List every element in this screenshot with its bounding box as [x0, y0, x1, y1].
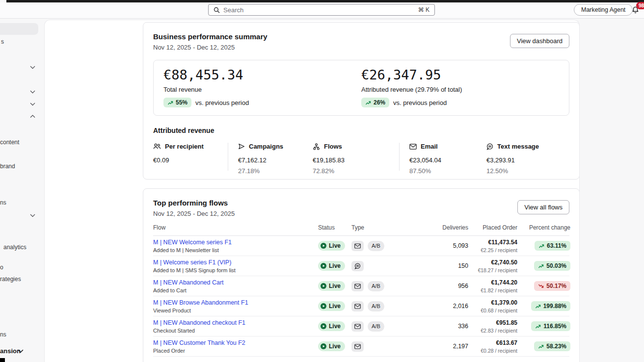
- chevron-up-icon[interactable]: [30, 115, 35, 118]
- live-play-icon: [321, 303, 326, 309]
- percent-change-pill: 116.85%: [531, 321, 570, 331]
- placed-order-value: €1,744.20: [468, 279, 517, 286]
- percent-change-cell: 50.17%: [517, 281, 570, 291]
- trend-up-icon: [535, 304, 541, 309]
- placed-order-cell: €2,740.50 €18.27 / recipient: [468, 259, 517, 273]
- chevron-down-icon[interactable]: [30, 103, 35, 106]
- sidebar-item[interactable]: s: [1, 38, 4, 45]
- attributed-revenue-change-pill: 26%: [361, 98, 389, 107]
- app-header: ⌘ K Marketing Agent 98: [0, 2, 644, 19]
- chevron-down-icon[interactable]: [30, 66, 35, 69]
- flow-cell: M | Welcome series F1 (VIP) Added to M |…: [153, 259, 318, 273]
- placed-order-per-recipient: €2.25 / recipient: [468, 247, 517, 253]
- percent-change-cell: 116.85%: [517, 321, 570, 331]
- ab-badge: A/B: [368, 301, 384, 311]
- flow-name-link[interactable]: M | NEW Browse Abandonment F1: [153, 299, 318, 306]
- total-revenue-change-note: vs. previous period: [195, 99, 249, 106]
- sidebar-item[interactable]: ns: [0, 199, 6, 206]
- chevron-down-icon[interactable]: [18, 349, 24, 353]
- summary-date-range: Nov 12, 2025 - Dec 12, 2025: [153, 44, 268, 51]
- flow-name-link[interactable]: M | NEW Welcome series F1: [153, 239, 318, 246]
- sidebar-item[interactable]: analytics: [3, 244, 27, 251]
- main-content-panel: Business performance summary Nov 12, 202…: [44, 20, 580, 362]
- status-badge: Live: [318, 261, 345, 271]
- trend-up-icon: [167, 100, 173, 105]
- percent-change-pill: 50.03%: [534, 261, 570, 271]
- placed-order-cell: €11,473.54 €2.25 / recipient: [468, 239, 517, 253]
- sms-icon: [486, 143, 493, 150]
- stats-divider: [228, 143, 228, 171]
- placed-order-value: €613.67: [468, 339, 517, 346]
- flows-date-range: Nov 12, 2025 - Dec 12, 2025: [153, 210, 235, 217]
- trend-up-icon: [538, 263, 544, 269]
- people-icon: [153, 143, 161, 150]
- flow-trigger-label: Checkout Started: [153, 328, 318, 334]
- status-badge: Live: [318, 321, 345, 331]
- live-play-icon: [321, 283, 326, 289]
- notification-count-badge: 98: [636, 2, 644, 9]
- view-dashboard-button[interactable]: View dashboard: [510, 34, 569, 48]
- percent-change-cell: 63.11%: [517, 241, 570, 251]
- total-revenue-change-pill: 55%: [163, 98, 191, 107]
- account-button[interactable]: Marketing Agent: [574, 4, 633, 16]
- deliveries-value: 5,093: [424, 242, 468, 249]
- flow-name-link[interactable]: M | NEW Abandoned checkout F1: [153, 319, 318, 326]
- email-channel-icon: [351, 321, 364, 332]
- placed-order-cell: €951.85 €2.83 / recipient: [468, 319, 517, 334]
- sidebar-item[interactable]: ns: [0, 331, 6, 338]
- attributed-revenue-metric: €26,347.95 Attributed revenue (29.79% of…: [361, 67, 559, 107]
- placed-order-per-recipient: €1.82 / recipient: [468, 287, 517, 293]
- type-cell: A/B: [351, 281, 424, 291]
- sidebar-item[interactable]: o: [0, 264, 3, 271]
- view-all-flows-button[interactable]: View all flows: [517, 200, 569, 214]
- sidebar-item[interactable]: rategies: [0, 276, 21, 283]
- flow-icon: [313, 143, 320, 150]
- email-icon: [409, 144, 417, 150]
- chevron-down-icon[interactable]: [30, 214, 35, 217]
- percent-change-cell: 199.88%: [517, 301, 570, 311]
- flow-name-link[interactable]: M | NEW Abandoned Cart: [153, 279, 318, 286]
- top-performing-flows-card: Top performing flows Nov 12, 2025 - Dec …: [143, 188, 580, 362]
- search-input[interactable]: [223, 6, 415, 14]
- email-channel-icon: [351, 281, 364, 291]
- stat-flows: Flows €19,185.83 72.82%: [313, 143, 399, 175]
- flow-name-link[interactable]: M | Welcome series F1 (VIP): [153, 259, 318, 266]
- stat-per-recipient: Per recipient €0.09: [153, 143, 228, 175]
- live-play-icon: [321, 243, 326, 249]
- flow-trigger-label: Viewed Product: [153, 308, 318, 313]
- chevron-down-icon[interactable]: [30, 90, 35, 94]
- flow-name-link[interactable]: M | NEW Customer Thank You F2: [153, 339, 318, 346]
- sidebar-active-item[interactable]: [0, 23, 38, 35]
- type-cell: A/B: [351, 261, 424, 271]
- attributed-revenue-heading: Attributed revenue: [153, 127, 569, 134]
- email-channel-icon: [351, 341, 364, 352]
- status-cell: Live: [318, 321, 351, 331]
- trend-down-icon: [538, 284, 544, 289]
- trend-up-icon: [535, 324, 541, 329]
- global-search[interactable]: ⌘ K: [208, 4, 435, 16]
- percent-change-pill: 50.17%: [534, 281, 570, 291]
- sidebar-item[interactable]: brand: [0, 163, 15, 170]
- email-channel-icon: [351, 241, 364, 251]
- percent-change-cell: 50.03%: [517, 261, 570, 271]
- type-cell: A/B: [351, 241, 424, 251]
- placed-order-value: €11,473.54: [468, 239, 517, 246]
- sidebar-item[interactable]: content: [0, 139, 19, 146]
- placed-order-cell: €613.67 €0.28 / recipient: [468, 339, 517, 354]
- search-icon: [214, 7, 220, 13]
- attributed-revenue-change-note: vs. previous period: [393, 99, 447, 106]
- percent-change-pill: 199.88%: [531, 301, 570, 311]
- flow-trigger-label: Added to Cart: [153, 287, 318, 293]
- column-flow: Flow: [153, 224, 318, 231]
- live-play-icon: [321, 323, 326, 329]
- ab-badge: A/B: [368, 281, 384, 291]
- placed-order-per-recipient: €0.28 / recipient: [468, 348, 517, 354]
- search-shortcut-hint: ⌘ K: [418, 6, 429, 13]
- table-row: M | NEW Welcome series F1 Added to M | N…: [153, 236, 569, 256]
- column-status: Status: [318, 224, 351, 231]
- total-revenue-metric: €88,455.34 Total revenue 55% vs. previou…: [163, 67, 361, 107]
- total-revenue-value: €88,455.34: [163, 67, 361, 82]
- status-cell: Live: [318, 301, 351, 311]
- attributed-revenue-label: Attributed revenue (29.79% of total): [361, 86, 559, 93]
- ab-badge: A/B: [368, 241, 384, 251]
